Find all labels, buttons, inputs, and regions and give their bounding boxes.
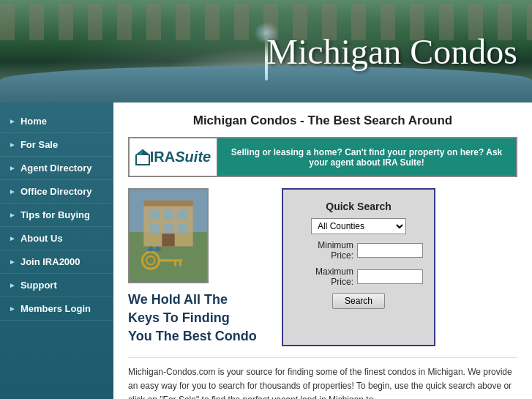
county-select[interactable]: All Counties [311,218,406,234]
condo-tagline: We Hold All The Keys To Finding You The … [128,283,257,346]
quick-search-title: Quick Search [294,201,423,212]
svg-rect-6 [143,201,192,206]
sidebar-item-join-ira2000[interactable]: ► Join IRA2000 [0,250,113,274]
ira-banner-message: Selling or leasing a home? Can't find yo… [217,138,516,176]
sidebar-item-support[interactable]: ► Support [0,274,113,297]
sidebar-item-for-sale[interactable]: ► For Sale [0,133,113,157]
sidebar-item-home[interactable]: ► Home [0,110,113,133]
arrow-icon: ► [9,187,16,195]
arrow-icon: ► [9,211,16,219]
arrow-icon: ► [9,281,16,289]
svg-rect-8 [163,209,173,219]
max-price-input[interactable] [357,269,423,284]
arrow-icon: ► [9,258,16,266]
site-description: Michigan-Condos.com is your source for f… [128,357,517,399]
svg-rect-11 [163,224,173,234]
svg-rect-12 [178,224,187,234]
sidebar-item-tips-for-buying[interactable]: ► Tips for Buying [0,204,113,227]
middle-section: We Hold All The Keys To Finding You The … [128,188,517,346]
ira-logo-text: IRASuite [150,149,211,165]
min-price-input[interactable] [357,243,423,258]
condo-image-inner [130,190,207,282]
max-price-row: Maximum Price: [294,266,423,287]
min-price-row: Minimum Price: [294,240,423,261]
ira-suite-banner[interactable]: IRASuite Selling or leasing a home? Can'… [128,137,517,177]
site-header: Michigan Condos [0,0,532,102]
arrow-icon: ► [9,117,16,125]
search-button[interactable]: Search [332,293,385,309]
ira-logo: IRASuite [130,138,217,176]
svg-rect-9 [178,209,187,219]
arrow-icon: ► [9,234,16,242]
condo-illustration [130,190,207,282]
svg-rect-10 [149,224,159,234]
sidebar-item-office-directory[interactable]: ► Office Directory [0,180,113,204]
sidebar: ► Home ► For Sale ► Agent Directory ► Of… [0,102,113,399]
page-title: Michigan Condos - The Best Search Around [128,113,517,128]
svg-rect-7 [149,209,159,219]
max-price-label: Maximum Price: [294,266,353,287]
quick-search-box: Quick Search All Counties Minimum Price:… [282,188,435,346]
arrow-icon: ► [9,141,16,149]
county-row: All Counties [294,218,423,234]
main-content: Michigan Condos - The Best Search Around… [113,102,532,399]
sidebar-item-members-login[interactable]: ► Members Login [0,297,113,321]
svg-rect-13 [162,234,174,246]
arrow-icon: ► [9,305,16,313]
condo-image-area: We Hold All The Keys To Finding You The … [128,188,274,346]
site-title: Michigan Condos [266,31,517,72]
min-price-label: Minimum Price: [294,240,353,261]
arrow-icon: ► [9,164,16,172]
ira-logo-icon [135,149,150,165]
sidebar-item-agent-directory[interactable]: ► Agent Directory [0,157,113,180]
condo-image [128,188,209,283]
sidebar-item-about-us[interactable]: ► About Us [0,227,113,250]
page-layout: ► Home ► For Sale ► Agent Directory ► Of… [0,102,532,399]
